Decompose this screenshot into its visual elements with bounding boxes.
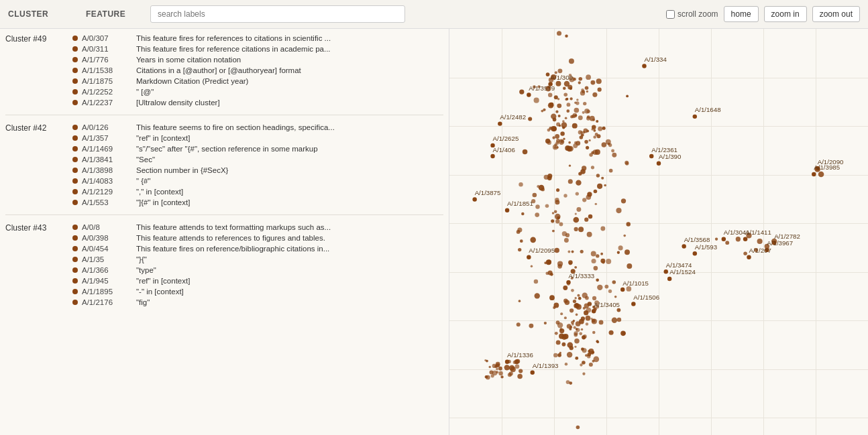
search-input[interactable]	[150, 5, 405, 23]
scroll-zoom-checkbox[interactable]	[666, 10, 675, 19]
scatter-dot	[574, 227, 578, 231]
scatter-dot	[620, 331, 626, 336]
feature-row[interactable]: A/1/2237[Ultralow density cluster]	[72, 97, 443, 108]
scatter-dot	[573, 143, 578, 148]
scatter-dot	[579, 332, 582, 335]
node-label: A/1/2482	[500, 113, 526, 121]
feature-id: A/0/311	[82, 45, 132, 53]
scatter-dot	[626, 222, 630, 226]
scatter-dot	[617, 318, 621, 322]
scatter-dot	[535, 293, 540, 298]
feature-row[interactable]: A/1/776Years in some citation notation	[72, 54, 443, 65]
feature-row[interactable]: A/1/2176"fig"	[72, 297, 443, 308]
feature-dot	[72, 89, 78, 95]
home-button[interactable]: home	[724, 6, 759, 22]
scatter-dot	[523, 149, 528, 155]
scatter-dot	[557, 31, 561, 36]
scatter-dot	[584, 140, 588, 144]
scatter-dot	[597, 184, 602, 189]
scatter-dot	[591, 128, 593, 130]
scatter-dot	[611, 149, 614, 152]
feature-row[interactable]: A/1/366"type"	[72, 265, 443, 275]
feature-row[interactable]: A/1/3841"Sec"	[72, 154, 443, 165]
scatter-dot	[580, 135, 584, 139]
node-label: A/1/1506	[633, 294, 659, 301]
feature-row[interactable]: A/1/2252" [@"	[72, 86, 443, 97]
feature-row[interactable]: A/1/945"ref" in [context]	[72, 275, 443, 286]
feature-desc: This feature fires for references to cit…	[136, 34, 331, 42]
scatter-dot	[562, 231, 567, 236]
scatter-dot	[521, 212, 525, 216]
scatter-dot	[551, 219, 554, 223]
scatter-dot	[566, 109, 569, 113]
feature-row[interactable]: A/1/4083" {#"	[72, 176, 443, 186]
feature-row[interactable]: A/1/1895"-" in [context]	[72, 286, 443, 297]
feature-row[interactable]: A/1/2129"," in [context]	[72, 186, 443, 197]
scatter-dot	[557, 68, 562, 73]
scatter-dot	[563, 286, 567, 290]
scatter-dot	[596, 254, 599, 257]
feature-id: A/0/8	[82, 223, 132, 231]
feature-row[interactable]: A/0/307This feature fires for references…	[72, 33, 443, 44]
scatter-dot	[595, 203, 597, 205]
scatter-dot	[612, 280, 616, 284]
scatter-dot	[569, 58, 574, 64]
scatter-dot	[627, 263, 632, 269]
feature-row[interactable]: A/1/553"]{#" in [context]	[72, 197, 443, 208]
scatter-dot	[552, 230, 555, 233]
scatter-dot	[560, 131, 564, 135]
scatter-dot	[567, 324, 572, 328]
feature-desc: Markdown Citation (Predict year)	[136, 77, 248, 85]
feature-row[interactable]: A/0/126This feature seems to fire on sec…	[72, 122, 443, 133]
scatter-dot	[531, 265, 533, 267]
feature-row[interactable]: A/1/1875Markdown Citation (Predict year)	[72, 76, 443, 86]
feature-id: A/1/2129	[82, 188, 132, 196]
feature-dot	[72, 289, 78, 294]
list-panel[interactable]: Cluster #49A/0/307This feature fires for…	[0, 29, 449, 435]
feature-row[interactable]: A/0/311This feature fires for reference …	[72, 44, 443, 54]
scatter-dot	[576, 101, 579, 105]
scatter-dot	[565, 98, 568, 101]
scatter-dot	[600, 227, 605, 231]
scatter-dot	[539, 185, 545, 191]
feature-row[interactable]: A/1/1538Citations in a [@author] or [@au…	[72, 65, 443, 76]
scatter-dot	[558, 115, 561, 117]
scatter-dot	[533, 193, 537, 198]
scatter-dot	[589, 363, 593, 367]
zoom-out-button[interactable]: zoom out	[812, 6, 860, 22]
feature-row[interactable]: A/1/1469"s"/"sec" after "{#", section re…	[72, 143, 443, 154]
feature-desc: "type"	[136, 266, 156, 274]
feature-row[interactable]: A/0/398This feature attends to reference…	[72, 233, 443, 243]
viz-panel[interactable]: A/1/334A/1/300A/1/3579A/1/2482A/1/1648A/…	[449, 29, 868, 435]
feature-id: A/1/1895	[82, 288, 132, 296]
feature-dot	[72, 46, 78, 52]
feature-dot	[72, 300, 78, 305]
feature-row[interactable]: A/1/35"}{"	[72, 254, 443, 265]
scatter-dot	[583, 102, 586, 105]
scatter-dot	[572, 323, 574, 326]
feature-row[interactable]: A/0/454This feature fires on reference/b…	[72, 243, 443, 254]
node-label: A/1/207	[749, 247, 771, 254]
feature-row[interactable]: A/1/3898Section number in {#SecX}	[72, 165, 443, 176]
scatter-dot	[535, 212, 539, 217]
cluster-row: Cluster #42A/0/126This feature seems to …	[0, 121, 449, 209]
feature-col-header: FEATURE	[86, 9, 140, 19]
scatter-dot-right	[757, 239, 763, 244]
scatter-dot	[594, 266, 598, 271]
feature-id: A/1/3841	[82, 156, 132, 164]
feature-id: A/0/454	[82, 245, 132, 253]
node-dot	[505, 208, 509, 212]
scatter-dot	[555, 332, 558, 335]
scroll-zoom-label[interactable]: scroll zoom	[666, 9, 718, 19]
scatter-dot	[565, 145, 570, 151]
scatter-dot	[600, 253, 603, 255]
feature-dot	[72, 225, 78, 230]
scatter-dot-isolated	[496, 371, 498, 373]
scatter-dot	[626, 95, 629, 97]
scatter-dot	[606, 259, 611, 264]
feature-row[interactable]: A/1/357"ref" in [context]	[72, 133, 443, 143]
scatter-dot	[584, 218, 588, 222]
feature-dot	[72, 200, 78, 205]
zoom-in-button[interactable]: zoom in	[764, 6, 807, 22]
feature-row[interactable]: A/0/8This feature attends to text format…	[72, 222, 443, 233]
